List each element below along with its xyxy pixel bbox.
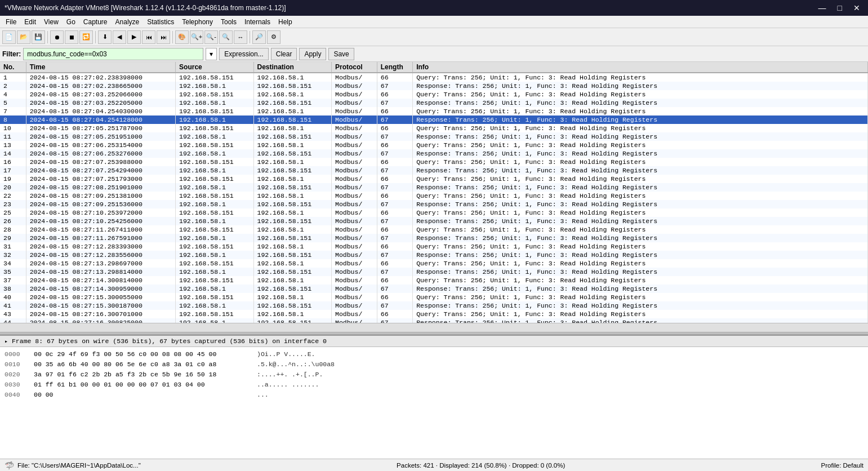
toolbar-zoom-out-btn[interactable]: 🔍- bbox=[204, 30, 218, 44]
toolbar-go-first-btn[interactable]: ⏮ bbox=[142, 30, 155, 44]
col-info[interactable]: Info bbox=[413, 62, 868, 73]
col-source[interactable]: Source bbox=[176, 62, 253, 73]
cell-info: Response: Trans: 256; Unit: 1, Func: 3: … bbox=[413, 318, 868, 323]
cell-time: 2024-08-15 08:27:08.251901000 bbox=[26, 183, 175, 192]
table-row[interactable]: 102024-08-15 08:27:05.251787000192.168.5… bbox=[0, 124, 868, 132]
table-row[interactable]: 322024-08-15 08:27:12.283556000192.168.5… bbox=[0, 251, 868, 259]
col-no[interactable]: No. bbox=[0, 62, 26, 73]
menu-item-analyze[interactable]: Analyze bbox=[112, 17, 143, 26]
menu-item-internals[interactable]: Internals bbox=[241, 17, 274, 26]
filter-dropdown-btn[interactable]: ▾ bbox=[206, 48, 217, 60]
table-row[interactable]: 162024-08-15 08:27:07.253988000192.168.5… bbox=[0, 158, 868, 166]
col-length[interactable]: Length bbox=[377, 62, 412, 73]
menu-item-edit[interactable]: Edit bbox=[21, 17, 39, 26]
toolbar-colorize-btn[interactable]: 🎨 bbox=[175, 30, 189, 44]
cell-info: Query: Trans: 256; Unit: 1, Func: 3: Rea… bbox=[413, 293, 868, 301]
packet-table-wrapper[interactable]: No. Time Source Destination Protocol Len… bbox=[0, 62, 868, 323]
table-row[interactable]: 352024-08-15 08:27:13.298814000192.168.5… bbox=[0, 268, 868, 276]
table-row[interactable]: 432024-08-15 08:27:16.300701000192.168.5… bbox=[0, 310, 868, 318]
table-row[interactable]: 222024-08-15 08:27:09.251381000192.168.5… bbox=[0, 192, 868, 200]
menu-item-capture[interactable]: Capture bbox=[80, 17, 111, 26]
cell-info: Query: Trans: 256; Unit: 1, Func: 3: Rea… bbox=[413, 124, 868, 132]
cell-len: 67 bbox=[377, 301, 412, 310]
cell-len: 66 bbox=[377, 124, 412, 132]
toolbar-capture-stop-btn[interactable]: ⏹ bbox=[65, 30, 78, 44]
table-header-row: No. Time Source Destination Protocol Len… bbox=[0, 62, 868, 73]
cell-dst: 192.168.58.1 bbox=[253, 73, 331, 82]
horizontal-scrollbar[interactable] bbox=[0, 323, 868, 332]
col-destination[interactable]: Destination bbox=[253, 62, 331, 73]
menu-item-statistics[interactable]: Statistics bbox=[144, 17, 177, 26]
hex-ascii: .5.k@...^n..:.\u00a8 bbox=[257, 359, 335, 370]
toolbar-settings-btn[interactable]: ⚙ bbox=[267, 30, 281, 44]
filter-clear-btn[interactable]: Clear bbox=[271, 48, 297, 60]
toolbar-go-prev-btn[interactable]: ◀ bbox=[113, 30, 126, 44]
table-row[interactable]: 252024-08-15 08:27:10.253972000192.168.5… bbox=[0, 208, 868, 217]
toolbar-capture-restart-btn[interactable]: 🔁 bbox=[79, 30, 93, 44]
title-bar: *VMware Network Adapter VMnet8 [Wireshar… bbox=[0, 0, 868, 16]
expand-arrow[interactable]: ▸ bbox=[5, 339, 8, 345]
toolbar-open-btn[interactable]: 📂 bbox=[17, 30, 30, 44]
col-protocol[interactable]: Protocol bbox=[331, 62, 377, 73]
filter-expression-btn[interactable]: Expression... bbox=[219, 48, 268, 60]
menu-item-go[interactable]: Go bbox=[63, 17, 79, 26]
table-row[interactable]: 412024-08-15 08:27:15.300187000192.168.5… bbox=[0, 301, 868, 310]
filter-save-btn[interactable]: Save bbox=[328, 48, 354, 60]
filter-input[interactable] bbox=[23, 48, 203, 60]
menu-item-view[interactable]: View bbox=[41, 17, 62, 26]
menu-item-telephony[interactable]: Telephony bbox=[179, 17, 216, 26]
cell-time: 2024-08-15 08:27:13.298814000 bbox=[26, 268, 175, 276]
cell-info: Query: Trans: 256; Unit: 1, Func: 3: Rea… bbox=[413, 276, 868, 285]
toolbar-scroll-end-btn[interactable]: ⬇ bbox=[98, 30, 112, 44]
toolbar-new-btn[interactable]: 📄 bbox=[2, 30, 16, 44]
cell-proto: Modbus/ bbox=[331, 90, 377, 99]
table-row[interactable]: 372024-08-15 08:27:14.300814000192.168.5… bbox=[0, 276, 868, 285]
table-row[interactable]: 402024-08-15 08:27:15.300055000192.168.5… bbox=[0, 293, 868, 301]
toolbar-capture-start-btn[interactable]: ⏺ bbox=[50, 30, 64, 44]
toolbar-sep2 bbox=[95, 31, 96, 43]
toolbar-find-btn[interactable]: 🔎 bbox=[252, 30, 266, 44]
cell-info: Query: Trans: 256; Unit: 1, Func: 3: Rea… bbox=[413, 90, 868, 99]
toolbar-resize-btn[interactable]: ↔ bbox=[234, 30, 247, 44]
table-row[interactable]: 82024-08-15 08:27:04.254128000192.168.58… bbox=[0, 115, 868, 124]
table-row[interactable]: 262024-08-15 08:27:10.254256000192.168.5… bbox=[0, 217, 868, 225]
table-row[interactable]: 132024-08-15 08:27:06.253154000192.168.5… bbox=[0, 141, 868, 149]
table-row[interactable]: 52024-08-15 08:27:03.252205000192.168.58… bbox=[0, 99, 868, 107]
minimize-button[interactable]: — bbox=[815, 3, 830, 12]
table-row[interactable]: 192024-08-15 08:27:07.251793000192.168.5… bbox=[0, 175, 868, 183]
cell-src: 192.168.58.1 bbox=[176, 234, 253, 242]
table-row[interactable]: 112024-08-15 08:27:05.251951000192.168.5… bbox=[0, 132, 868, 141]
table-row[interactable]: 202024-08-15 08:27:08.251901000192.168.5… bbox=[0, 183, 868, 192]
table-row[interactable]: 22024-08-15 08:27:02.238665000192.168.58… bbox=[0, 82, 868, 90]
filter-apply-btn[interactable]: Apply bbox=[299, 48, 326, 60]
toolbar-go-next-btn[interactable]: ▶ bbox=[127, 30, 141, 44]
table-row[interactable]: 382024-08-15 08:27:14.300959000192.168.5… bbox=[0, 285, 868, 293]
close-button[interactable]: ✕ bbox=[850, 3, 863, 12]
table-row[interactable]: 292024-08-15 08:27:11.267591000192.168.5… bbox=[0, 234, 868, 242]
table-row[interactable]: 172024-08-15 08:27:07.254294000192.168.5… bbox=[0, 166, 868, 175]
hex-dump[interactable]: 000000 0c 29 4f 69 f3 00 50 56 c0 00 08 … bbox=[0, 347, 868, 459]
table-row[interactable]: 12024-08-15 08:27:02.238398000192.168.58… bbox=[0, 73, 868, 82]
cell-no: 31 bbox=[0, 242, 26, 251]
cell-info: Response: Trans: 256; Unit: 1, Func: 3: … bbox=[413, 183, 868, 192]
table-row[interactable]: 442024-08-15 08:27:16.300825000192.168.5… bbox=[0, 318, 868, 323]
toolbar-go-last-btn[interactable]: ⏭ bbox=[157, 30, 170, 44]
table-row[interactable]: 72024-08-15 08:27:04.254030000192.168.58… bbox=[0, 107, 868, 115]
table-row[interactable]: 342024-08-15 08:27:13.298697000192.168.5… bbox=[0, 259, 868, 268]
toolbar-zoom-reset-btn[interactable]: 🔍 bbox=[219, 30, 233, 44]
toolbar-zoom-in-btn[interactable]: 🔍+ bbox=[190, 30, 203, 44]
table-row[interactable]: 232024-08-15 08:27:09.251536000192.168.5… bbox=[0, 200, 868, 208]
menu-item-file[interactable]: File bbox=[2, 17, 20, 26]
toolbar-save-btn[interactable]: 💾 bbox=[32, 30, 45, 44]
table-row[interactable]: 312024-08-15 08:27:12.283393000192.168.5… bbox=[0, 242, 868, 251]
table-row[interactable]: 142024-08-15 08:27:06.253276000192.168.5… bbox=[0, 149, 868, 158]
cell-no: 35 bbox=[0, 268, 26, 276]
menu-item-tools[interactable]: Tools bbox=[217, 17, 240, 26]
table-row[interactable]: 42024-08-15 08:27:03.252066000192.168.58… bbox=[0, 90, 868, 99]
col-time[interactable]: Time bbox=[26, 62, 175, 73]
cell-no: 40 bbox=[0, 293, 26, 301]
maximize-button[interactable]: □ bbox=[834, 3, 845, 12]
table-row[interactable]: 282024-08-15 08:27:11.267411000192.168.5… bbox=[0, 225, 868, 234]
cell-proto: Modbus/ bbox=[331, 132, 377, 141]
menu-item-help[interactable]: Help bbox=[275, 17, 296, 26]
